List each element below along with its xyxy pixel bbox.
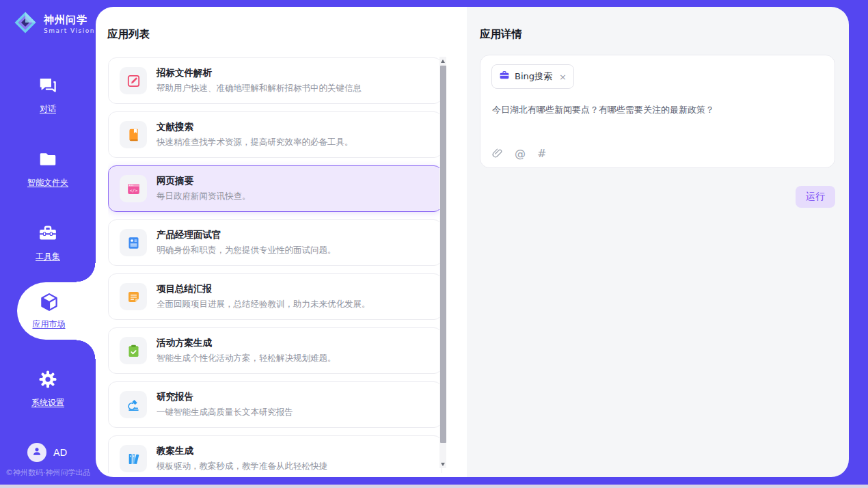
app-name: 教案生成: [157, 445, 327, 457]
pen-square-icon: [120, 67, 147, 94]
list-item-literature-search[interactable]: 文献搜索 快速精准查找学术资源，提高研究效率的必备工具。: [108, 111, 442, 158]
list-item-activity-plan[interactable]: 活动方案生成 智能生成个性化活动方案，轻松解决规划难题。: [108, 327, 442, 374]
sidebar-item-label: 系统设置: [31, 397, 64, 409]
input-toolbar: @ #: [491, 147, 546, 160]
copyright-text: ©神州数码·神州问学出品: [5, 467, 91, 478]
avatar: [27, 443, 46, 462]
app-desc: 帮助用户快速、准确地理解和解析招标书中的关键信息: [157, 83, 362, 94]
toolbox-icon: [38, 223, 58, 246]
app-desc: 模板驱动，教案秒成，教学准备从此轻松快捷: [157, 461, 327, 472]
brand: 神州问学 Smart Vision: [12, 10, 95, 38]
microscope-icon: [120, 391, 147, 418]
gear-icon: [38, 369, 58, 392]
clipboard-check-icon: [120, 337, 147, 364]
close-icon[interactable]: ×: [559, 72, 567, 81]
app-desc: 明确身份和职责，为您提供专业性的面试问题。: [157, 245, 336, 256]
tab-fillet-bottom: [77, 340, 96, 359]
list-scrollbar[interactable]: [439, 57, 446, 468]
scroll-up-button[interactable]: [439, 57, 446, 65]
app-desc: 一键智能生成高质量长文本研究报告: [157, 407, 293, 418]
sidebar-item-chat[interactable]: 对话: [0, 75, 96, 115]
tool-tag-bing-search[interactable]: Bing搜索 ×: [491, 64, 574, 89]
app-detail-panel: 应用详情 Bing搜索 × 今日湖北有哪些新闻要点？有哪些需要关注的最新政策？: [467, 7, 849, 477]
app-desc: 快速精准查找学术资源，提高研究效率的必备工具。: [157, 137, 353, 148]
query-card: Bing搜索 × 今日湖北有哪些新闻要点？有哪些需要关注的最新政策？ @ #: [480, 55, 835, 168]
list-item-pm-interviewer[interactable]: 产品经理面试官 明确身份和职责，为您提供专业性的面试问题。: [108, 219, 442, 266]
triangle-down-icon: [441, 463, 445, 466]
app-name: 项目总结汇报: [157, 283, 370, 295]
list-item-bid-analysis[interactable]: 招标文件解析 帮助用户快速、准确地理解和解析招标书中的关键信息: [108, 57, 442, 104]
app-name: 活动方案生成: [157, 337, 336, 349]
brand-subtitle: Smart Vision: [44, 27, 95, 34]
tab-fillet-top: [77, 263, 96, 282]
app-list-panel: 应用列表 招标文件解析 帮助用户快速、准确地理解和解析招标书中的关键信息: [96, 7, 467, 477]
sidebar: 神州问学 Smart Vision 对话 智能文件夹: [0, 0, 96, 488]
app-desc: 智能生成个性化活动方案，轻松解决规划难题。: [157, 353, 336, 364]
list-item-lesson-plan[interactable]: 教案生成 模板驱动，教案秒成，教学准备从此轻松快捷: [108, 435, 442, 473]
books-icon: [120, 445, 147, 472]
user-account[interactable]: AD: [27, 443, 67, 462]
scrollbar-thumb[interactable]: [440, 66, 446, 443]
chat-icon: [38, 75, 58, 98]
app-name: 招标文件解析: [157, 67, 362, 79]
app-root: 神州问学 Smart Vision 对话 智能文件夹: [0, 0, 868, 488]
sidebar-item-label: 对话: [40, 103, 56, 115]
briefcase-icon: [499, 70, 510, 83]
app-name: 研究报告: [157, 391, 293, 403]
sidebar-item-label: 应用市场: [33, 318, 66, 330]
app-name: 文献搜索: [157, 121, 353, 133]
tool-tag-label: Bing搜索: [515, 70, 552, 83]
app-desc: 全面回顾项目进展，总结经验教训，助力未来优化发展。: [157, 299, 370, 310]
app-desc: 每日政府新闻资讯快查。: [157, 191, 251, 202]
user-name: AD: [53, 447, 67, 458]
svg-text:</>: </>: [129, 187, 137, 192]
app-name: 产品经理面试官: [157, 229, 336, 241]
app-detail-title: 应用详情: [480, 27, 522, 42]
query-input[interactable]: 今日湖北有哪些新闻要点？有哪些需要关注的最新政策？: [492, 103, 824, 117]
scroll-down-button[interactable]: [439, 460, 446, 468]
brand-name: 神州问学: [44, 14, 95, 27]
sidebar-item-smart-folder[interactable]: 智能文件夹: [0, 149, 96, 189]
triangle-up-icon: [441, 59, 445, 63]
resume-icon: [120, 229, 147, 256]
sidebar-item-settings[interactable]: 系统设置: [0, 369, 96, 409]
main-content: 应用列表 招标文件解析 帮助用户快速、准确地理解和解析招标书中的关键信息: [96, 7, 849, 477]
hash-icon[interactable]: #: [537, 147, 546, 160]
person-icon: [31, 445, 43, 460]
paperclip-icon[interactable]: [491, 148, 503, 159]
browser-code-icon: </>: [120, 175, 147, 202]
sidebar-item-label: 智能文件夹: [27, 177, 68, 189]
app-list-title: 应用列表: [107, 27, 150, 42]
diamond-logo-icon: [12, 10, 38, 38]
sidebar-item-toolset[interactable]: 工具集: [0, 223, 96, 262]
sidebar-item-label: 工具集: [36, 251, 60, 262]
list-item-research-report[interactable]: 研究报告 一键智能生成高质量长文本研究报告: [108, 381, 442, 428]
list-item-web-summary[interactable]: </> 网页摘要 每日政府新闻资讯快查。: [108, 165, 442, 212]
app-name: 网页摘要: [157, 175, 251, 187]
book-icon: [120, 121, 147, 148]
run-button[interactable]: 运行: [796, 186, 835, 208]
folder-icon: [38, 149, 58, 172]
app-list: 招标文件解析 帮助用户快速、准确地理解和解析招标书中的关键信息 文献搜索: [108, 57, 442, 473]
list-item-project-summary[interactable]: 项目总结汇报 全面回顾项目进展，总结经验教训，助力未来优化发展。: [108, 273, 442, 320]
note-icon: [120, 283, 147, 310]
cube-icon: [39, 292, 59, 315]
at-icon[interactable]: @: [515, 147, 526, 160]
bottom-edge-strip: [0, 485, 868, 488]
sidebar-item-app-market[interactable]: 应用市场: [17, 282, 97, 340]
